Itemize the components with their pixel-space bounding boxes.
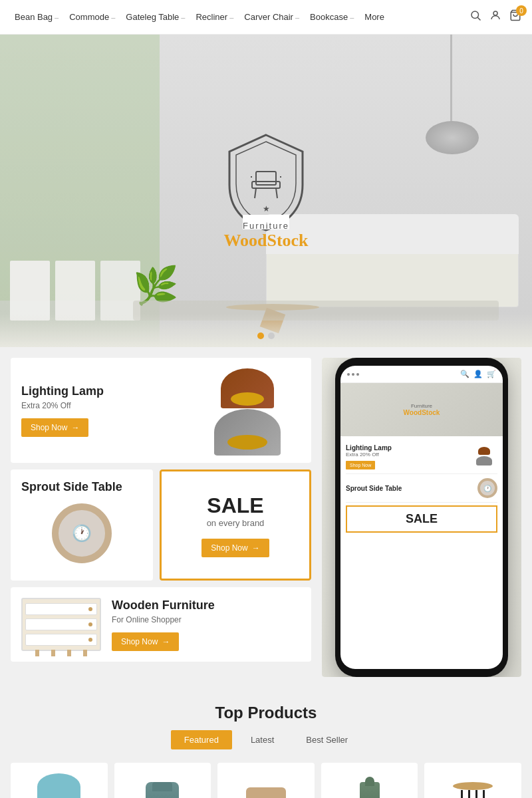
hero-chair (10, 261, 50, 321)
hero-dot-2[interactable] (268, 332, 275, 339)
phone-lamp-image (471, 447, 497, 467)
product-stool-image (453, 782, 493, 799)
arrow-right-icon: → (162, 637, 170, 646)
nav-item-bookcase[interactable]: Bookcase – (306, 9, 358, 25)
svg-point-2 (493, 11, 497, 15)
sale-title: SALE (207, 493, 263, 518)
sale-card: SALE on every brand Shop Now → (160, 469, 311, 581)
hero-carousel-dots (257, 332, 275, 339)
phone-mockup: 🔍 👤 🛒 Furniture WoodStock (335, 358, 508, 677)
cart-badge: 0 (516, 5, 527, 16)
nav-item-commode[interactable]: Commode – (65, 9, 119, 25)
product-armchair-image (243, 787, 289, 799)
lighting-shop-button[interactable]: Shop Now → (21, 418, 88, 437)
phone-content: Lighting Lamp Extra 20% Off Shop Now (340, 436, 503, 669)
nav-items: Bean Bag – Commode – Gateleg Table – Rec… (11, 9, 469, 25)
hero-dot-1[interactable] (257, 332, 264, 339)
nav-item-beanbag[interactable]: Bean Bag – (11, 9, 63, 25)
nav-item-more[interactable]: More (360, 9, 388, 25)
svg-point-0 (471, 11, 479, 19)
promo-middle-row: Sprout Side Table 🕐 SALE on every brand … (11, 469, 311, 581)
account-button[interactable] (489, 9, 501, 25)
wooden-shop-button[interactable]: Shop Now → (112, 632, 179, 651)
hero-floor (0, 314, 532, 347)
tab-featured[interactable]: Featured (171, 730, 232, 749)
phone-lamp-grey (476, 456, 492, 466)
arrow-right-icon: → (71, 423, 79, 432)
nav-sep: – (295, 13, 299, 21)
phone-hero-banner: Furniture WoodStock (340, 383, 503, 436)
navbar: Bean Bag – Commode – Gateleg Table – Rec… (0, 0, 532, 35)
nav-icons: 0 (469, 9, 521, 25)
hero-logo: ★ Furniture WoodStock (223, 132, 309, 251)
product-card-1[interactable] (11, 763, 108, 798)
logo-brand-text: WoodStock (223, 231, 309, 251)
phone-side-table-text: Sprout Side Table (346, 485, 472, 492)
phone-hero-logo: Furniture WoodStock (404, 403, 440, 416)
phone-sale-text: SALE (352, 512, 491, 526)
svg-line-7 (276, 188, 277, 198)
hero-lamp-pole (450, 35, 452, 134)
phone-side-table-card: Sprout Side Table 🕐 (346, 474, 497, 503)
phone-lighting-title: Lighting Lamp (346, 444, 466, 452)
phone-lighting-text: Lighting Lamp Extra 20% Off Shop Now (346, 444, 466, 469)
lighting-lamp-title: Lighting Lamp (21, 384, 194, 398)
nav-sep: – (229, 13, 233, 21)
phone-search-icon: 🔍 (460, 370, 469, 378)
nav-item-gateleg[interactable]: Gateleg Table – (122, 9, 189, 25)
product-card-3[interactable] (217, 763, 315, 798)
product-card-5[interactable] (424, 763, 521, 798)
top-products-title: Top Products (11, 704, 521, 722)
lighting-lamp-subtitle: Extra 20% Off (21, 401, 194, 410)
side-table-image: 🕐 (52, 503, 112, 563)
product-tabs: Featured Latest Best Seller (11, 730, 521, 749)
phone-screen: 🔍 👤 🛒 Furniture WoodStock (340, 366, 503, 669)
promo-phone-container: 🪑 🪑 🔍 👤 🛒 (322, 358, 521, 677)
wooden-furniture-image (21, 598, 101, 651)
promo-section: Lighting Lamp Extra 20% Off Shop Now → (0, 347, 532, 688)
hero-chair (55, 261, 95, 321)
wooden-furniture-text: Wooden Furniture For Online Shopper Shop… (112, 598, 301, 651)
svg-text:★: ★ (263, 204, 270, 213)
hero-lamp-shade (426, 121, 479, 154)
lighting-lamp-image (194, 368, 301, 452)
arrow-right-icon: → (252, 543, 260, 553)
nav-item-carver[interactable]: Carver Chair – (240, 9, 303, 25)
clock-icon: 🕐 (52, 503, 112, 563)
product-card-4[interactable] (321, 763, 418, 798)
svg-line-1 (477, 17, 480, 20)
phone-cart-icon: 🛒 (487, 370, 496, 378)
product-chair-image (34, 773, 84, 798)
nav-sep: – (111, 13, 115, 21)
phone-side-table-title: Sprout Side Table (346, 485, 472, 492)
nav-sep: – (350, 13, 354, 21)
lighting-lamp-card: Lighting Lamp Extra 20% Off Shop Now → (11, 358, 311, 463)
side-table-title: Sprout Side Table (21, 480, 122, 494)
phone-header-icons: 🔍 👤 🛒 (460, 370, 496, 378)
phone-hamburger-icon (347, 373, 359, 376)
wooden-furniture-title: Wooden Furniture (112, 598, 301, 612)
logo-shield-icon: ★ (223, 132, 309, 231)
top-products-section: Top Products Featured Latest Best Seller (0, 688, 532, 798)
phone-lighting-card: Lighting Lamp Extra 20% Off Shop Now (346, 440, 497, 474)
search-button[interactable] (469, 9, 481, 25)
lighting-lamp-text: Lighting Lamp Extra 20% Off Shop Now → (21, 384, 194, 437)
cart-button[interactable]: 0 (509, 9, 521, 25)
product-bottle-image (360, 782, 380, 799)
dresser-icon (21, 598, 101, 651)
product-vase-image (146, 782, 179, 799)
product-card-2[interactable] (114, 763, 211, 798)
tab-bestseller[interactable]: Best Seller (293, 730, 361, 749)
wooden-furniture-card: Wooden Furniture For Online Shopper Shop… (11, 587, 311, 662)
phone-lighting-btn: Shop Now (346, 461, 375, 469)
nav-item-recliner[interactable]: Recliner – (192, 9, 237, 25)
phone-lamp-brown (478, 447, 490, 455)
promo-left-col: Lighting Lamp Extra 20% Off Shop Now → (11, 358, 311, 677)
sale-shop-button[interactable]: Shop Now → (201, 539, 269, 557)
phone-user-icon: 👤 (473, 370, 483, 378)
nav-sep: – (55, 13, 59, 21)
nav-sep: – (181, 13, 185, 21)
sale-subtitle: on every brand (207, 518, 265, 528)
tab-latest[interactable]: Latest (237, 730, 287, 749)
phone-header: 🔍 👤 🛒 (340, 366, 503, 383)
